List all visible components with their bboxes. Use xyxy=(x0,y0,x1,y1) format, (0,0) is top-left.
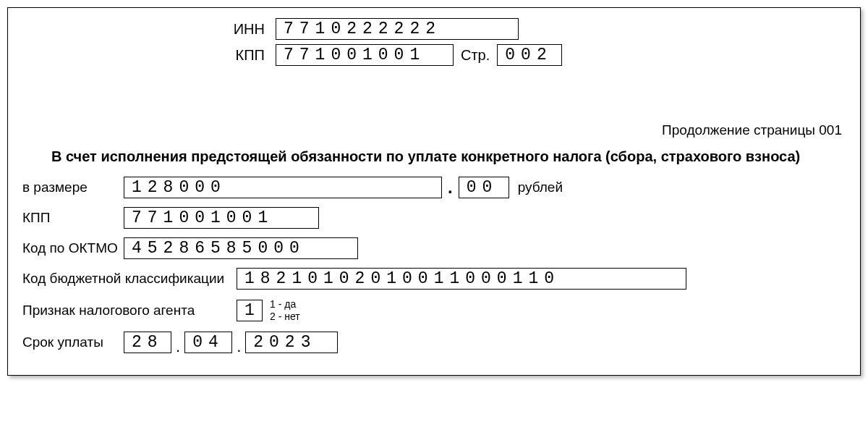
payment-date-label: Срок уплаты xyxy=(22,334,124,350)
oktmo-label: Код по ОКТМО xyxy=(22,240,124,256)
agent-label: Признак налогового агента xyxy=(22,303,237,318)
inn-value: 7710222222 xyxy=(276,18,519,40)
amount-label: в размере xyxy=(22,180,124,195)
inn-row: ИНН 7710222222 xyxy=(22,18,846,40)
kbk-row: Код бюджетной классификации 182101020100… xyxy=(22,268,846,290)
kpp-header-row: КПП 771001001 Стр. 002 xyxy=(22,44,846,66)
date-separator-2: . xyxy=(237,337,241,356)
amount-row: в размере 128000 . 00 рублей xyxy=(22,177,846,198)
amount-separator: . xyxy=(448,177,453,198)
agent-value: 1 xyxy=(237,300,263,321)
continuation-note: Продолжение страницы 001 xyxy=(22,122,842,138)
kpp-body-value: 771001001 xyxy=(124,207,319,229)
kpp-body-label: КПП xyxy=(22,210,124,226)
oktmo-row: Код по ОКТМО 45286585000 xyxy=(22,237,846,259)
payment-date-month: 04 xyxy=(184,332,232,353)
page-value: 002 xyxy=(497,44,562,66)
agent-row: Признак налогового агента 1 1 - да 2 - н… xyxy=(22,298,846,323)
kbk-value: 18210102010011000110 xyxy=(237,268,686,290)
section-title: В счет исполнения предстоящей обязанност… xyxy=(51,148,846,165)
kbk-label: Код бюджетной классификации xyxy=(22,271,237,287)
amount-kopecks: 00 xyxy=(459,177,509,198)
payment-date-year: 2023 xyxy=(245,332,338,353)
kpp-body-row: КПП 771001001 xyxy=(22,207,846,229)
date-separator-1: . xyxy=(176,337,180,356)
tax-form-page: ИНН 7710222222 КПП 771001001 Стр. 002 Пр… xyxy=(7,7,861,376)
agent-legend-yes: 1 - да xyxy=(270,298,300,311)
amount-rubles: 128000 xyxy=(124,177,442,198)
page-label: Стр. xyxy=(461,47,490,64)
agent-legend-no: 2 - нет xyxy=(270,311,300,323)
kpp-header-value: 771001001 xyxy=(276,44,454,66)
payment-date-row: Срок уплаты 28 . 04 . 2023 xyxy=(22,332,846,353)
payment-date-day: 28 xyxy=(124,332,171,353)
inn-label: ИНН xyxy=(225,21,265,38)
oktmo-value: 45286585000 xyxy=(124,237,358,259)
agent-legend: 1 - да 2 - нет xyxy=(270,298,300,323)
kpp-header-label: КПП xyxy=(225,47,265,64)
currency-label: рублей xyxy=(518,180,563,195)
